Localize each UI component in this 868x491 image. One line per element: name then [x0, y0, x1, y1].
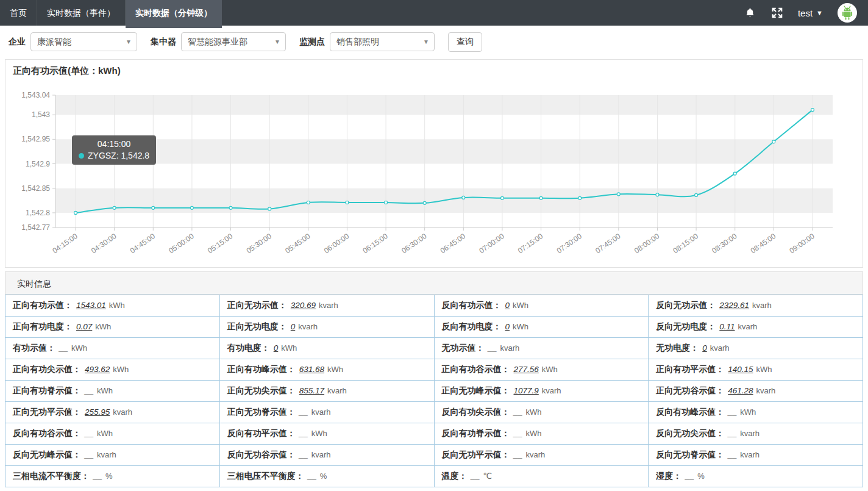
- monitor-point-select[interactable]: 销售部照明 ▼: [330, 32, 435, 51]
- info-label: 有功电度：: [227, 343, 270, 353]
- info-value: __: [488, 343, 497, 353]
- info-cell: 三相电流不平衡度：__%: [5, 466, 220, 487]
- info-value: 0.07: [76, 322, 92, 331]
- info-label: 反向有功峰示值：: [656, 407, 724, 417]
- info-unit: %: [105, 471, 113, 481]
- info-label: 反向有功平示值：: [227, 428, 296, 438]
- tab-home[interactable]: 首页: [0, 0, 37, 26]
- filter-enterprise: 企业 康派智能 ▼: [9, 32, 137, 51]
- info-cell: 反向有功电度：0kWh: [434, 317, 649, 338]
- info-cell: 有功电度：0kWh: [219, 338, 434, 359]
- info-label: 反向有功电度：: [442, 321, 502, 331]
- info-unit: kvarh: [298, 322, 318, 331]
- info-label: 反向无功脊示值：: [656, 450, 724, 459]
- monitor-point-label: 监测点: [299, 37, 325, 48]
- info-value: __: [728, 407, 737, 417]
- info-cell: 正向无功峰示值：1077.9kvarh: [434, 381, 649, 402]
- info-value: 0.11: [719, 322, 735, 331]
- info-value: 0: [274, 343, 279, 353]
- info-label: 正向有功电度：: [13, 321, 73, 331]
- info-cell: 正向有功谷示值：277.56kWh: [434, 359, 649, 381]
- info-value: __: [514, 429, 523, 438]
- info-cell: 无功电度：0kvarh: [649, 338, 863, 359]
- info-label: 正向有功示值：: [13, 300, 73, 310]
- concentrator-label: 集中器: [151, 37, 176, 48]
- info-cell: 反向有功尖示值：__kWh: [434, 402, 649, 423]
- info-label: 正向有功谷示值：: [442, 364, 510, 374]
- info-label: 正向有功脊示值：: [13, 385, 81, 395]
- info-value: __: [299, 429, 308, 438]
- info-value: __: [59, 343, 68, 353]
- svg-text:08:30:00: 08:30:00: [710, 232, 739, 255]
- monitor-point-value: 销售部照明: [336, 37, 379, 46]
- svg-text:07:00:00: 07:00:00: [477, 232, 506, 255]
- info-label: 正向无功平示值：: [13, 407, 81, 417]
- filter-concentrator: 集中器 智慧能源事业部 ▼: [151, 32, 286, 51]
- info-unit: kvarh: [319, 301, 338, 310]
- info-unit: kWh: [109, 301, 125, 310]
- tab-realtime-minute[interactable]: 实时数据（分钟级）: [126, 0, 222, 28]
- info-label: 反向无功谷示值：: [227, 450, 296, 459]
- table-row: 反向无功峰示值：__kvarh反向无功谷示值：__kvarh反向无功平示值：__…: [5, 445, 863, 466]
- info-cell: 无功示值：__kvarh: [434, 338, 649, 359]
- info-value: __: [514, 407, 523, 417]
- svg-text:1,542.9: 1,542.9: [26, 160, 50, 168]
- info-cell: 正向无功尖示值：855.17kvarh: [219, 381, 434, 402]
- info-value: __: [299, 407, 308, 417]
- table-row: 有功示值：__kWh有功电度：0kWh无功示值：__kvarh无功电度：0kva…: [5, 338, 863, 359]
- info-unit: kWh: [513, 322, 528, 331]
- info-label: 有功示值：: [13, 343, 55, 353]
- info-cell: 正向无功谷示值：461.28kvarh: [649, 381, 863, 402]
- enterprise-value: 康派智能: [37, 37, 71, 46]
- info-unit: kvarh: [97, 450, 116, 459]
- query-button[interactable]: 查询: [448, 32, 482, 52]
- info-cell: 反向无功平示值：__kvarh: [434, 445, 649, 466]
- user-menu[interactable]: test ▼: [798, 8, 823, 18]
- svg-text:08:15:00: 08:15:00: [672, 232, 700, 255]
- svg-text:06:45:00: 06:45:00: [439, 232, 468, 255]
- chevron-down-icon: ▼: [423, 33, 429, 51]
- info-label: 正向无功峰示值：: [442, 385, 510, 395]
- chart-area: 1,542.771,542.81,542.851,542.91,542.951,…: [5, 78, 863, 267]
- info-value: __: [85, 450, 94, 459]
- info-label: 三相电压不平衡度：: [227, 471, 304, 481]
- enterprise-select[interactable]: 康派智能 ▼: [30, 32, 137, 51]
- info-cell: 三相电压不平衡度：__%: [219, 466, 434, 487]
- info-unit: kWh: [95, 322, 111, 331]
- info-label: 反向无功电度：: [656, 321, 716, 331]
- info-value: 0: [291, 322, 296, 331]
- tab-realtime-event[interactable]: 实时数据（事件）: [37, 0, 126, 26]
- info-cell: 有功示值：__kWh: [5, 338, 220, 359]
- info-value: 140.15: [728, 365, 753, 374]
- info-value: 2329.61: [719, 301, 749, 310]
- info-label: 湿度：: [656, 471, 681, 481]
- caret-down-icon: ▼: [816, 9, 823, 16]
- notifications-bell-icon[interactable]: [744, 7, 756, 19]
- svg-text:04:15:00: 04:15:00: [51, 232, 79, 255]
- info-unit: kWh: [97, 429, 113, 438]
- fullscreen-expand-icon[interactable]: [771, 7, 783, 19]
- info-cell: 正向有功脊示值：__kWh: [5, 381, 220, 402]
- chart-canvas[interactable]: 1,542.771,542.81,542.851,542.91,542.951,…: [5, 78, 863, 267]
- svg-text:04:45:00: 04:45:00: [129, 232, 157, 255]
- info-cell: 反向有功谷示值：__kWh: [5, 423, 220, 445]
- info-label: 反向有功脊示值：: [442, 428, 510, 438]
- info-unit: kvarh: [740, 450, 760, 459]
- svg-text:05:30:00: 05:30:00: [245, 232, 274, 255]
- info-cell: 反向无功尖示值：__kvarh: [649, 423, 863, 445]
- info-cell: 正向无功电度：0kvarh: [219, 317, 434, 338]
- info-label: 反向有功尖示值：: [442, 407, 510, 417]
- info-value: __: [308, 471, 317, 481]
- avatar[interactable]: [838, 3, 857, 23]
- info-unit: kvarh: [500, 343, 520, 353]
- info-cell: 反向无功谷示值：__kvarh: [219, 445, 434, 466]
- table-row: 正向有功示值：1543.01kWh正向无功示值：320.69kvarh反向有功示…: [5, 295, 863, 317]
- info-value: __: [471, 471, 480, 481]
- info-unit: kWh: [526, 429, 542, 438]
- info-unit: kWh: [513, 301, 528, 310]
- svg-text:06:00:00: 06:00:00: [322, 232, 351, 255]
- concentrator-select[interactable]: 智慧能源事业部 ▼: [181, 32, 286, 51]
- info-label: 反向无功示值：: [656, 300, 716, 310]
- info-value: __: [685, 471, 694, 481]
- info-unit: kWh: [740, 407, 756, 417]
